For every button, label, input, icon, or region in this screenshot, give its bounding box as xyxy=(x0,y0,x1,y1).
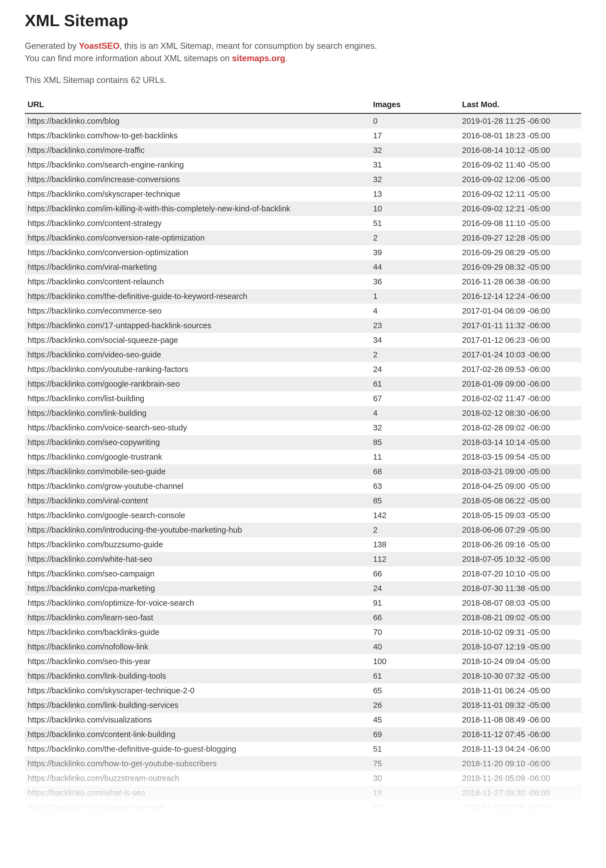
table-row: https://backlinko.com/skyscraper-techniq… xyxy=(25,187,581,202)
cell-lastmod: 2018-11-01 09:32 -05:00 xyxy=(459,698,581,713)
table-row: https://backlinko.com/blogger-outreach62… xyxy=(25,800,581,815)
cell-lastmod: 2018-05-15 09:03 -05:00 xyxy=(459,508,581,523)
cell-images: 32 xyxy=(369,172,459,187)
cell-url: https://backlinko.com/what-is-seo xyxy=(25,786,369,800)
table-row: https://backlinko.com/viral-content85201… xyxy=(25,493,581,508)
cell-url: https://backlinko.com/youtube-ranking-fa… xyxy=(25,362,369,377)
table-row: https://backlinko.com/list-building67201… xyxy=(25,391,581,406)
url-count-line: This XML Sitemap contains 62 URLs. xyxy=(25,75,581,85)
cell-url: https://backlinko.com/viral-content xyxy=(25,493,369,508)
cell-images: 70 xyxy=(369,625,459,640)
cell-lastmod: 2018-08-07 08:03 -05:00 xyxy=(459,596,581,610)
cell-url: https://backlinko.com/content-link-build… xyxy=(25,727,369,742)
cell-lastmod: 2018-10-30 07:32 -05:00 xyxy=(459,669,581,684)
cell-lastmod: 2018-07-05 10:32 -05:00 xyxy=(459,552,581,567)
cell-lastmod: 2016-09-02 12:21 -05:00 xyxy=(459,202,581,216)
generated-suffix: , this is an XML Sitemap, meant for cons… xyxy=(119,41,377,51)
cell-url: https://backlinko.com/visualizations xyxy=(25,713,369,727)
cell-url: https://backlinko.com/link-building-serv… xyxy=(25,698,369,713)
more-info-suffix: . xyxy=(285,53,288,63)
generator-link[interactable]: YoastSEO xyxy=(79,41,119,51)
cell-url: https://backlinko.com/im-killing-it-with… xyxy=(25,202,369,216)
cell-lastmod: 2018-03-15 09:54 -05:00 xyxy=(459,450,581,464)
table-row: https://backlinko.com/how-to-get-backlin… xyxy=(25,129,581,143)
cell-images: 23 xyxy=(369,318,459,333)
cell-lastmod: 2016-09-29 08:32 -05:00 xyxy=(459,260,581,274)
cell-url: https://backlinko.com/conversion-optimiz… xyxy=(25,245,369,260)
cell-images: 66 xyxy=(369,567,459,581)
table-row: https://backlinko.com/cpa-marketing24201… xyxy=(25,581,581,596)
cell-lastmod: 2018-02-12 08:30 -06:00 xyxy=(459,406,581,420)
cell-images: 68 xyxy=(369,464,459,479)
table-row: https://backlinko.com/grow-youtube-chann… xyxy=(25,479,581,493)
cell-images: 61 xyxy=(369,377,459,391)
table-row: https://backlinko.com/white-hat-seo11220… xyxy=(25,552,581,567)
cell-lastmod: 2018-11-01 06:24 -05:00 xyxy=(459,684,581,698)
cell-images: 112 xyxy=(369,552,459,567)
table-row: https://backlinko.com/video-seo-guide220… xyxy=(25,347,581,362)
cell-images: 24 xyxy=(369,362,459,377)
table-row: https://backlinko.com/optimize-for-voice… xyxy=(25,596,581,610)
table-row: https://backlinko.com/viral-marketing442… xyxy=(25,260,581,274)
cell-images: 13 xyxy=(369,187,459,202)
cell-lastmod: 2018-06-06 07:29 -05:00 xyxy=(459,523,581,537)
cell-lastmod: 2018-11-30 06:00 -06:00 xyxy=(459,800,581,815)
cell-images: 40 xyxy=(369,640,459,654)
cell-images: 69 xyxy=(369,727,459,742)
cell-url: https://backlinko.com/social-squeeze-pag… xyxy=(25,333,369,347)
cell-images: 32 xyxy=(369,143,459,158)
cell-lastmod: 2018-11-27 09:30 -06:00 xyxy=(459,786,581,800)
table-row: https://backlinko.com/link-building-tool… xyxy=(25,669,581,684)
cell-images: 61 xyxy=(369,669,459,684)
cell-images: 2 xyxy=(369,231,459,245)
table-row: https://backlinko.com/what-is-seo192018-… xyxy=(25,786,581,800)
cell-url: https://backlinko.com/grow-youtube-chann… xyxy=(25,479,369,493)
cell-url: https://backlinko.com/link-building-tool… xyxy=(25,669,369,684)
more-info-prefix: You can find more information about XML … xyxy=(25,53,232,63)
cell-url: https://backlinko.com/how-to-get-youtube… xyxy=(25,756,369,771)
cell-url: https://backlinko.com/blog xyxy=(25,113,369,129)
cell-lastmod: 2018-08-21 09:02 -05:00 xyxy=(459,610,581,625)
cell-images: 67 xyxy=(369,391,459,406)
cell-url: https://backlinko.com/search-engine-rank… xyxy=(25,158,369,172)
table-row: https://backlinko.com/more-traffic322016… xyxy=(25,143,581,158)
cell-url: https://backlinko.com/cpa-marketing xyxy=(25,581,369,596)
table-row: https://backlinko.com/skyscraper-techniq… xyxy=(25,684,581,698)
cell-lastmod: 2017-01-04 06:09 -06:00 xyxy=(459,304,581,318)
cell-url: https://backlinko.com/voice-search-seo-s… xyxy=(25,420,369,435)
table-row: https://backlinko.com/increase-conversio… xyxy=(25,172,581,187)
cell-images: 30 xyxy=(369,771,459,786)
cell-images: 19 xyxy=(369,786,459,800)
cell-lastmod: 2018-10-24 09:04 -05:00 xyxy=(459,654,581,669)
cell-url: https://backlinko.com/buzzsumo-guide xyxy=(25,537,369,552)
cell-images: 85 xyxy=(369,435,459,450)
cell-images: 36 xyxy=(369,274,459,289)
table-row: https://backlinko.com/seo-this-year10020… xyxy=(25,654,581,669)
table-row: https://backlinko.com/im-killing-it-with… xyxy=(25,202,581,216)
table-row: https://backlinko.com/nofollow-link40201… xyxy=(25,640,581,654)
cell-lastmod: 2018-05-08 06:22 -05:00 xyxy=(459,493,581,508)
table-row: https://backlinko.com/visualizations4520… xyxy=(25,713,581,727)
cell-lastmod: 2016-12-14 12:24 -06:00 xyxy=(459,289,581,304)
cell-url: https://backlinko.com/nofollow-link xyxy=(25,640,369,654)
sitemaps-link[interactable]: sitemaps.org xyxy=(232,53,285,63)
cell-lastmod: 2016-09-08 11:10 -05:00 xyxy=(459,216,581,231)
cell-images: 65 xyxy=(369,684,459,698)
cell-lastmod: 2018-11-26 05:09 -06:00 xyxy=(459,771,581,786)
cell-url: https://backlinko.com/google-search-cons… xyxy=(25,508,369,523)
cell-images: 66 xyxy=(369,610,459,625)
cell-url: https://backlinko.com/ecommerce-seo xyxy=(25,304,369,318)
cell-url: https://backlinko.com/backlinks-guide xyxy=(25,625,369,640)
generated-prefix: Generated by xyxy=(25,41,79,51)
table-row: https://backlinko.com/17-untapped-backli… xyxy=(25,318,581,333)
cell-url: https://backlinko.com/how-to-get-backlin… xyxy=(25,129,369,143)
table-row: https://backlinko.com/google-trustrank11… xyxy=(25,450,581,464)
cell-images: 11 xyxy=(369,450,459,464)
table-row: https://backlinko.com/youtube-ranking-fa… xyxy=(25,362,581,377)
cell-lastmod: 2018-06-26 09:16 -05:00 xyxy=(459,537,581,552)
cell-url: https://backlinko.com/learn-seo-fast xyxy=(25,610,369,625)
column-header-lastmod: Last Mod. xyxy=(459,96,581,113)
column-header-images: Images xyxy=(369,96,459,113)
cell-images: 2 xyxy=(369,523,459,537)
cell-url: https://backlinko.com/optimize-for-voice… xyxy=(25,596,369,610)
